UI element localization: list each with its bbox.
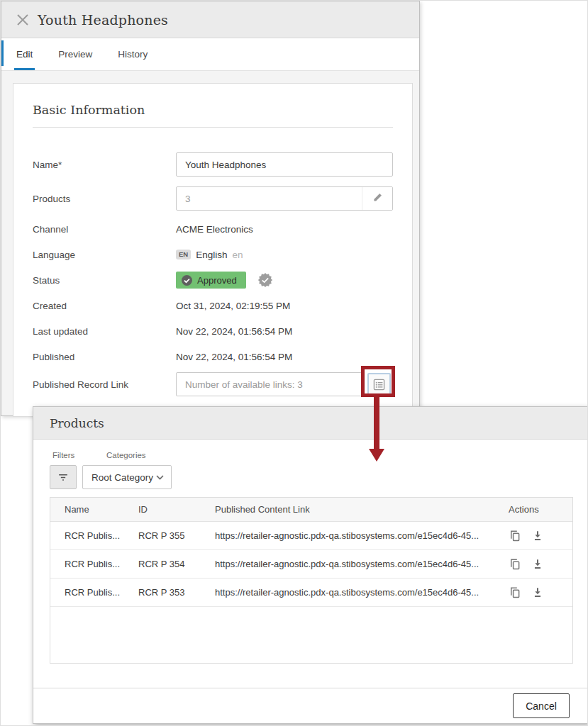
approved-seal-icon — [257, 272, 273, 288]
products-dialog-body: Filters Categories Root Category — [33, 451, 588, 726]
field-row-last-updated: Last updated Nov 22, 2024, 01:56:54 PM — [33, 318, 393, 344]
section-divider — [33, 127, 393, 128]
copy-icon[interactable] — [509, 529, 521, 542]
name-input[interactable]: Youth Headphones — [176, 152, 393, 177]
language-value: English — [196, 250, 227, 260]
cell-id: RCR P 354 — [138, 559, 215, 569]
status-badge: Approved — [176, 272, 246, 289]
categories-label: Categories — [106, 451, 146, 459]
field-row-published-record-link: Published Record Link Number of availabl… — [33, 372, 393, 396]
last-updated-value: Nov 22, 2024, 01:56:54 PM — [176, 326, 292, 337]
cell-link: https://retailer-agnostic.pdx-qa.stibosy… — [215, 530, 507, 541]
products-input[interactable]: 3 — [176, 186, 393, 211]
table-row: RCR Publis... RCR P 353 https://retailer… — [50, 579, 572, 607]
table-header-row: Name ID Published Content Link Actions — [50, 498, 572, 522]
products-table: Name ID Published Content Link Actions R… — [50, 497, 573, 664]
field-row-created: Created Oct 31, 2024, 02:19:55 PM — [33, 293, 393, 318]
products-dialog-footer: Cancel — [33, 688, 588, 723]
cell-name: RCR Publis... — [50, 587, 138, 598]
cell-id: RCR P 355 — [138, 530, 215, 541]
page-title: Youth Headphones — [38, 12, 168, 28]
table-row: RCR Publis... RCR P 355 https://retailer… — [50, 522, 572, 550]
created-label: Created — [33, 301, 176, 311]
language-code: en — [232, 250, 243, 260]
tab-edit[interactable]: Edit — [14, 38, 35, 70]
field-row-products: Products 3 — [33, 186, 393, 211]
category-dropdown-value: Root Category — [91, 472, 153, 483]
language-label: Language — [33, 250, 176, 260]
published-record-link-placeholder: Number of available links: 3 — [177, 379, 362, 390]
column-header-id: ID — [138, 504, 215, 515]
check-circle-icon — [182, 275, 192, 286]
language-flag-badge: EN — [176, 250, 191, 259]
tab-preview[interactable]: Preview — [56, 38, 94, 70]
close-icon[interactable] — [16, 13, 30, 27]
download-icon[interactable] — [531, 530, 544, 542]
field-row-name: Name* Youth Headphones — [33, 152, 393, 177]
status-label: Status — [33, 275, 176, 286]
created-value: Oct 31, 2024, 02:19:55 PM — [176, 301, 290, 311]
field-row-language: Language EN English en — [33, 242, 393, 267]
section-title: Basic Information — [33, 103, 393, 117]
cell-link: https://retailer-agnostic.pdx-qa.stibosy… — [215, 559, 507, 569]
name-label: Name* — [33, 160, 176, 170]
tab-history[interactable]: History — [116, 38, 150, 70]
download-icon[interactable] — [531, 558, 544, 571]
copy-icon[interactable] — [509, 557, 521, 571]
status-value: Approved — [197, 275, 237, 286]
cell-name: RCR Publis... — [50, 559, 138, 569]
column-header-actions: Actions — [507, 504, 572, 515]
filters-label: Filters — [52, 451, 74, 459]
last-updated-label: Last updated — [33, 326, 176, 337]
field-row-status: Status Approved — [33, 267, 393, 293]
published-record-link-input[interactable]: Number of available links: 3 — [176, 372, 362, 396]
copy-icon[interactable] — [509, 586, 521, 599]
published-value: Nov 22, 2024, 01:56:54 PM — [176, 352, 292, 362]
cancel-button[interactable]: Cancel — [513, 693, 570, 718]
edit-products-button[interactable] — [362, 187, 392, 210]
field-row-published: Published Nov 22, 2024, 01:56:54 PM — [33, 344, 393, 369]
list-icon — [373, 379, 385, 391]
filter-button[interactable] — [50, 465, 77, 489]
basic-information-card: Basic Information Name* Youth Headphones… — [13, 83, 413, 417]
products-label: Products — [33, 194, 176, 204]
screenshot-root: Youth Headphones Edit Preview History Ba… — [0, 0, 588, 726]
field-row-channel: Channel ACME Electronics — [33, 216, 393, 242]
record-panel-header: Youth Headphones — [1, 1, 419, 38]
download-icon[interactable] — [531, 586, 544, 599]
cell-link: https://retailer-agnostic.pdx-qa.stibosy… — [215, 587, 507, 598]
filter-icon — [57, 471, 70, 484]
channel-label: Channel — [33, 224, 176, 235]
column-header-link: Published Content Link — [215, 504, 507, 515]
channel-value: ACME Electronics — [176, 224, 253, 235]
products-dialog: Products Filters Categories Root Categor… — [33, 406, 588, 724]
column-header-name: Name — [50, 504, 138, 515]
products-dialog-title: Products — [50, 416, 104, 430]
products-dialog-header: Products — [33, 407, 588, 440]
record-panel: Youth Headphones Edit Preview History Ba… — [1, 1, 420, 416]
chevron-down-icon — [156, 475, 164, 480]
category-dropdown[interactable]: Root Category — [82, 465, 172, 489]
table-row: RCR Publis... RCR P 354 https://retailer… — [50, 550, 572, 579]
published-record-link-label: Published Record Link — [33, 379, 176, 390]
show-links-button[interactable] — [367, 373, 391, 396]
cell-id: RCR P 353 — [138, 587, 215, 598]
cell-name: RCR Publis... — [50, 530, 138, 541]
published-label: Published — [33, 352, 176, 362]
pencil-icon — [372, 191, 384, 206]
tab-bar: Edit Preview History — [1, 38, 419, 71]
